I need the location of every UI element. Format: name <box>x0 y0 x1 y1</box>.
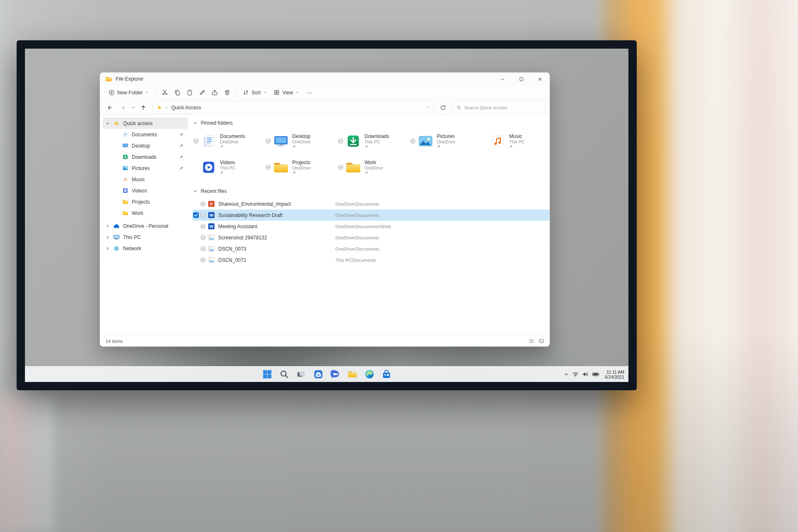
sidebar-item-work[interactable]: Work <box>103 207 188 219</box>
copy-button[interactable] <box>171 86 183 99</box>
pinned-tile-documents[interactable]: Documents OneDrive <box>192 131 265 151</box>
widgets-button[interactable] <box>311 368 325 381</box>
recent-locations-button[interactable] <box>129 102 137 113</box>
file-explorer-button[interactable] <box>345 368 360 381</box>
tile-name: Pictures <box>437 133 455 139</box>
cut-button[interactable] <box>158 86 171 99</box>
sidebar-item-desktop[interactable]: Desktop <box>103 140 188 151</box>
sidebar-item-label: Videos <box>132 188 147 194</box>
task-view-button[interactable] <box>294 368 308 381</box>
edge-icon <box>365 369 374 379</box>
file-name: DSCN_0073 <box>218 246 335 252</box>
pictures-folder-icon <box>418 135 433 148</box>
chevron-down-icon[interactable] <box>193 189 197 193</box>
microsoft-store-icon <box>382 369 391 379</box>
see-more-button[interactable]: ⋯ <box>303 86 317 99</box>
sidebar-item-this-pc[interactable]: This PC <box>103 232 188 243</box>
back-button[interactable] <box>104 102 116 113</box>
pinned-tile-videos[interactable]: Videos This PC <box>192 157 265 177</box>
battery-icon[interactable] <box>592 372 599 377</box>
file-row[interactable]: Shareout_Environmental_Impact OneDrive\D… <box>192 198 550 209</box>
view-button[interactable]: View <box>270 86 303 99</box>
sync-status-icon <box>200 246 206 251</box>
taskbar-search-button[interactable] <box>277 368 291 381</box>
sidebar-item-projects[interactable]: Projects <box>103 196 188 207</box>
word-file-icon <box>208 212 215 219</box>
file-row[interactable]: DSCN_0072 This PC\Documents <box>192 254 550 266</box>
music-icon <box>122 177 128 182</box>
breadcrumb[interactable]: Quick Access <box>153 102 434 113</box>
show-hidden-icons-chevron[interactable] <box>564 372 569 377</box>
address-dropdown-icon[interactable] <box>426 106 430 109</box>
pinned-tile-downloads[interactable]: Downloads This PC <box>337 131 409 151</box>
microsoft-store-button[interactable] <box>379 368 394 381</box>
sort-button[interactable]: Sort <box>239 86 270 99</box>
sync-status-icon <box>266 165 271 170</box>
pinned-tile-work[interactable]: Work OneDrive <box>337 157 409 177</box>
chevron-down-icon[interactable] <box>193 121 197 125</box>
search-icon <box>279 369 289 379</box>
folder-icon <box>273 161 289 174</box>
sidebar-item-label: Music <box>132 177 145 182</box>
chevron-right-icon[interactable] <box>106 235 110 239</box>
details-view-toggle-icon[interactable] <box>529 338 534 344</box>
pinned-tile-projects[interactable]: Projects OneDrive <box>265 157 337 177</box>
breadcrumb-location[interactable]: Quick Access <box>171 105 201 111</box>
sidebar-item-pictures[interactable]: Pictures <box>103 163 188 174</box>
new-folder-button[interactable]: New Folder <box>105 86 152 99</box>
sync-status-icon <box>200 257 206 263</box>
refresh-button[interactable] <box>437 102 449 113</box>
file-location: This PC\Documents <box>335 258 376 263</box>
paste-button[interactable] <box>183 86 196 99</box>
rename-button[interactable] <box>196 86 208 99</box>
wifi-icon[interactable] <box>572 372 579 377</box>
minimize-icon <box>500 77 505 81</box>
share-icon <box>212 89 218 96</box>
pinned-tile-desktop[interactable]: Desktop OneDrive <box>265 131 337 151</box>
sidebar-item-documents[interactable]: Documents <box>103 129 188 140</box>
search-input[interactable] <box>464 105 541 110</box>
sidebar-item-music[interactable]: Music <box>103 174 188 185</box>
maximize-button[interactable] <box>512 73 531 85</box>
edge-button[interactable] <box>362 368 377 381</box>
large-icons-view-toggle-icon[interactable] <box>539 338 544 344</box>
file-row-selected[interactable]: Sustainability Research Draft OneDrive\D… <box>192 209 550 221</box>
chevron-down-icon <box>263 91 267 94</box>
sidebar-item-quick-access[interactable]: Quick access <box>103 118 188 129</box>
pinned-tile-pictures[interactable]: Pictures OneDrive <box>409 131 482 151</box>
sidebar-item-network[interactable]: Network <box>103 243 188 254</box>
sidebar-item-label: Network <box>123 246 141 251</box>
minimize-button[interactable] <box>493 73 512 85</box>
file-row[interactable]: DSCN_0073 OneDrive\Documents <box>192 243 550 254</box>
up-button[interactable] <box>138 102 149 113</box>
start-button[interactable] <box>260 368 274 381</box>
delete-button[interactable] <box>221 86 233 99</box>
chevron-down-icon[interactable] <box>106 121 110 126</box>
forward-button[interactable] <box>117 102 128 113</box>
chevron-right-icon[interactable] <box>106 224 110 228</box>
pictures-icon <box>122 165 128 171</box>
delete-icon <box>224 89 230 96</box>
file-row[interactable]: Meeting Assistant OneDrive\Documents\Wor… <box>192 221 550 232</box>
sidebar-item-downloads[interactable]: Downloads <box>103 151 188 163</box>
chevron-right-icon[interactable] <box>106 246 110 251</box>
checkbox-icon[interactable] <box>193 212 199 218</box>
search-icon <box>456 105 461 110</box>
taskbar-clock[interactable]: 11:11 AM 6/24/2021 <box>605 369 624 379</box>
close-button[interactable] <box>531 73 549 85</box>
recent-files-header[interactable]: Recent files <box>192 186 550 196</box>
pinned-tile-music[interactable]: Music This PC <box>482 131 550 151</box>
sidebar-item-videos[interactable]: Videos <box>103 185 188 196</box>
chat-button[interactable] <box>328 368 342 381</box>
speaker-icon[interactable] <box>582 372 589 377</box>
tile-location: This PC <box>509 139 525 144</box>
content-pane: Pinned folders Documents OneDrive <box>190 116 550 335</box>
file-name: Shareout_Environmental_Impact <box>218 201 335 207</box>
share-button[interactable] <box>208 86 221 99</box>
search-box[interactable] <box>452 102 545 113</box>
navigation-pane: Quick access Documents Desktop Do <box>100 116 190 335</box>
pinned-folders-header[interactable]: Pinned folders <box>192 118 550 128</box>
sidebar-item-onedrive[interactable]: OneDrive - Personal <box>103 220 188 232</box>
file-row[interactable]: Screenshot 29478132 OneDrive\Documents <box>192 232 550 243</box>
title-bar[interactable]: File Explorer <box>100 73 549 85</box>
